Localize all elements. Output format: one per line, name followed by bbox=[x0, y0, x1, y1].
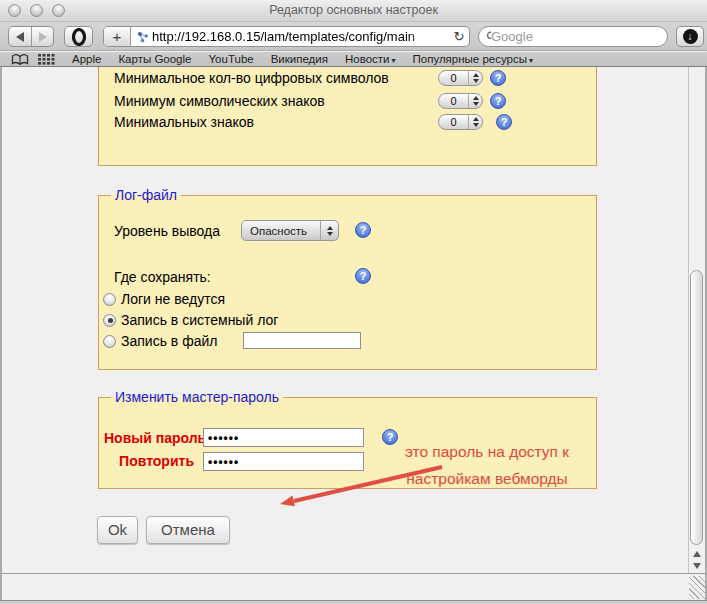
radio-button-no-logs[interactable] bbox=[103, 293, 116, 306]
back-button[interactable] bbox=[9, 27, 31, 46]
help-button[interactable]: ? bbox=[490, 70, 506, 86]
new-password-input[interactable] bbox=[203, 428, 364, 447]
policy-row-label: Минимальное кол-во цифровых символов bbox=[114, 70, 389, 86]
radio-label[interactable]: Логи не ведутся bbox=[121, 291, 225, 307]
address-bar: + ↻ bbox=[103, 26, 470, 47]
dropdown-value: Опасность bbox=[242, 225, 320, 237]
downloads-button[interactable]: ↓ bbox=[676, 26, 704, 47]
status-bar bbox=[0, 573, 707, 600]
url-input[interactable] bbox=[152, 29, 449, 44]
min-symbols-spinner[interactable]: 0 bbox=[438, 93, 483, 109]
help-button[interactable]: ? bbox=[490, 93, 506, 109]
window-title: Редактор основных настроек bbox=[0, 3, 707, 17]
min-chars-spinner[interactable]: 0 bbox=[438, 114, 483, 130]
policy-row-label: Минимум символических знаков bbox=[114, 93, 325, 109]
log-legend: Лог-файл bbox=[111, 187, 181, 203]
help-button[interactable]: ? bbox=[355, 268, 371, 284]
bookmark-label: Википедия bbox=[271, 53, 328, 65]
bookmark-item-youtube[interactable]: YouTube bbox=[208, 53, 253, 65]
search-field bbox=[478, 26, 668, 47]
app-oval-button[interactable] bbox=[64, 26, 93, 47]
stepper-arrows-icon[interactable] bbox=[469, 96, 482, 106]
site-favicon-icon bbox=[131, 31, 152, 43]
min-digits-spinner[interactable]: 0 bbox=[438, 70, 483, 86]
nav-buttons bbox=[8, 26, 54, 47]
window-left-edge bbox=[0, 67, 2, 600]
new-tab-button[interactable]: + bbox=[104, 27, 131, 46]
fieldset-log: Лог-файл Уровень вывода Опасность ? Где … bbox=[98, 195, 597, 370]
resize-grip[interactable] bbox=[689, 576, 705, 599]
book-icon[interactable] bbox=[11, 53, 29, 66]
page-content: Минимальное кол-во цифровых символов 0 ?… bbox=[0, 67, 688, 573]
back-icon bbox=[16, 32, 24, 42]
bookmark-label: Карты Google bbox=[118, 53, 191, 65]
bookmark-folder-popular[interactable]: Популярные ресурсы▾ bbox=[413, 53, 534, 65]
browser-window: Редактор основных настроек + ↻ ↓ bbox=[0, 0, 707, 604]
log-level-label: Уровень вывода bbox=[114, 223, 220, 239]
radio-button-file[interactable] bbox=[103, 335, 116, 348]
scroll-up-arrow-icon[interactable] bbox=[693, 551, 701, 557]
radio-row-file: Запись в файл bbox=[103, 333, 217, 349]
new-password-label: Новый пароль bbox=[104, 430, 194, 446]
bookmark-label: Apple bbox=[72, 53, 101, 65]
vertical-scrollbar[interactable] bbox=[688, 67, 705, 573]
cancel-button[interactable]: Отмена bbox=[146, 516, 230, 544]
window-titlebar: Редактор основных настроек bbox=[0, 0, 707, 22]
policy-row-label: Минимальных знаков bbox=[114, 114, 254, 130]
scroll-down-arrow-icon[interactable] bbox=[693, 563, 701, 569]
oval-ring-icon bbox=[70, 28, 88, 46]
spinner-value: 0 bbox=[439, 116, 468, 128]
search-input[interactable] bbox=[491, 29, 667, 44]
radio-label[interactable]: Запись в системный лог bbox=[121, 312, 278, 328]
ok-button[interactable]: Ok bbox=[97, 516, 138, 544]
bookmark-item-wikipedia[interactable]: Википедия bbox=[271, 53, 328, 65]
browser-toolbar: + ↻ ↓ bbox=[0, 22, 707, 51]
fieldset-password-policy: Минимальное кол-во цифровых символов 0 ?… bbox=[98, 67, 597, 166]
bookmark-label: Новости bbox=[345, 53, 390, 65]
annotation-arrow-icon bbox=[268, 460, 450, 514]
menu-arrow-icon: ▾ bbox=[392, 56, 396, 65]
bookmark-item-google-maps[interactable]: Карты Google bbox=[118, 53, 191, 65]
bookmark-item-apple[interactable]: Apple bbox=[72, 53, 101, 65]
bookmarks-bar: Apple Карты Google YouTube Википедия Нов… bbox=[0, 52, 707, 67]
log-dest-label: Где сохранять: bbox=[114, 269, 211, 285]
radio-row-syslog: Запись в системный лог bbox=[103, 312, 278, 328]
radio-row-no-logs: Логи не ведутся bbox=[103, 291, 225, 307]
spinner-value: 0 bbox=[439, 95, 468, 107]
log-level-dropdown[interactable]: Опасность bbox=[241, 220, 339, 241]
radio-button-syslog[interactable] bbox=[103, 314, 116, 327]
log-file-input[interactable] bbox=[243, 332, 361, 349]
stepper-arrows-icon bbox=[321, 226, 338, 236]
bookmark-folder-news[interactable]: Новости▾ bbox=[345, 53, 396, 65]
top-sites-grid-icon[interactable] bbox=[38, 54, 55, 65]
forward-button[interactable] bbox=[31, 27, 53, 46]
forward-icon bbox=[39, 32, 47, 42]
repeat-password-label: Повторить bbox=[104, 453, 194, 469]
help-button[interactable]: ? bbox=[496, 114, 512, 130]
download-arrow-icon: ↓ bbox=[683, 29, 698, 44]
stepper-arrows-icon[interactable] bbox=[469, 117, 482, 127]
scrollbar-thumb[interactable] bbox=[690, 270, 703, 545]
radio-label[interactable]: Запись в файл bbox=[121, 333, 217, 349]
window-bottom-edge bbox=[0, 600, 707, 604]
help-button[interactable]: ? bbox=[355, 222, 371, 238]
bookmark-label: Популярные ресурсы bbox=[413, 53, 528, 65]
spinner-value: 0 bbox=[439, 72, 468, 84]
menu-arrow-icon: ▾ bbox=[529, 56, 533, 65]
bookmark-label: YouTube bbox=[208, 53, 253, 65]
master-password-legend: Изменить мастер-пароль bbox=[111, 389, 283, 405]
stepper-arrows-icon[interactable] bbox=[469, 73, 482, 83]
reload-button[interactable]: ↻ bbox=[449, 29, 469, 44]
